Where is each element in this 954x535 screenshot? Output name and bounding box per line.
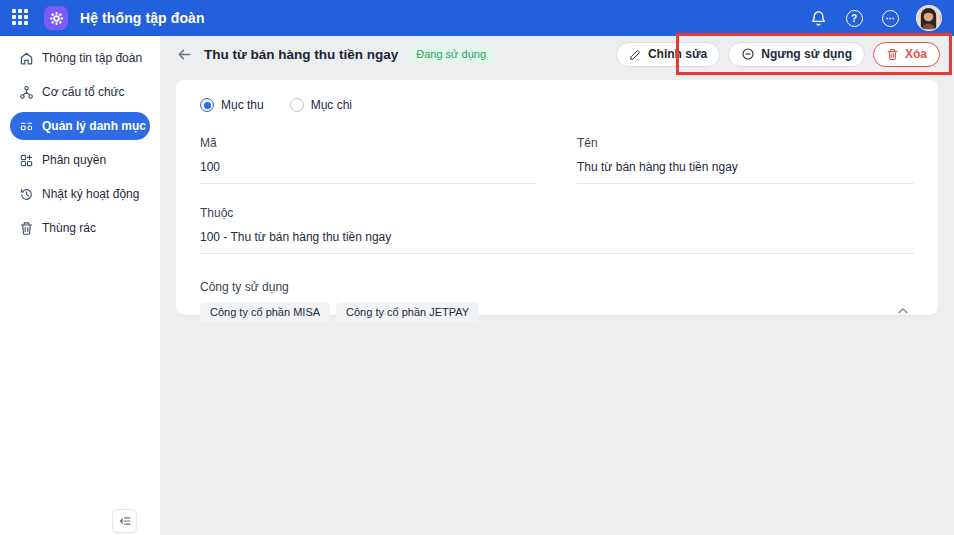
delete-button[interactable]: Xóa — [873, 42, 940, 67]
field-name-value[interactable]: Thu từ bán hàng thu tiền ngay — [577, 150, 914, 184]
sidebar-item-label: Quản lý danh mục — [42, 119, 146, 133]
trash-icon — [886, 48, 899, 61]
field-name-label: Tên — [577, 136, 914, 150]
field-parent-value[interactable]: 100 - Thu từ bán hàng thu tiền ngay — [200, 220, 914, 254]
company-chip: Công ty cổ phần MISA — [200, 302, 330, 322]
company-chip: Công ty cổ phần JETPAY — [336, 302, 479, 322]
app-logo-gear-icon[interactable] — [44, 6, 68, 30]
suspend-button[interactable]: Ngưng sử dụng — [728, 42, 865, 67]
radio-muc-thu[interactable]: Mục thu — [200, 98, 264, 112]
type-radio-group: Mục thu Mục chi — [200, 98, 914, 112]
sidebar-collapse-button[interactable] — [112, 509, 137, 533]
field-code: Mã 100 — [200, 136, 537, 184]
status-badge: Đang sử dụng — [408, 45, 494, 63]
detail-card: Mục thu Mục chi Mã 100 Tên Thu từ bán hà… — [176, 80, 938, 315]
back-arrow-icon[interactable] — [176, 45, 194, 63]
trash-icon — [18, 220, 34, 236]
companies-label: Công ty sử dụng — [200, 280, 914, 294]
field-code-value[interactable]: 100 — [200, 150, 537, 184]
app-title: Hệ thống tập đoàn — [80, 10, 205, 26]
org-structure-icon — [18, 84, 34, 100]
user-avatar[interactable] — [916, 5, 942, 31]
main-content: Thu từ bán hàng thu tiền ngay Đang sử dụ… — [160, 36, 954, 535]
help-icon[interactable]: ? — [844, 8, 864, 28]
pencil-icon — [629, 48, 642, 61]
app-launcher-icon[interactable] — [12, 9, 30, 27]
toolbar-actions: Chỉnh sửa Ngưng sử dụng Xóa — [616, 42, 940, 67]
radio-muc-chi[interactable]: Mục chi — [290, 98, 352, 112]
sidebar: Thông tin tập đoàn Cơ cấu tổ chức Quản l… — [0, 36, 160, 535]
field-code-label: Mã — [200, 136, 537, 150]
field-parent-label: Thuộc — [200, 206, 914, 220]
minus-circle-icon — [741, 47, 755, 61]
sidebar-item-activity-log[interactable]: Nhật ký hoạt động — [10, 180, 150, 208]
field-name: Tên Thu từ bán hàng thu tiền ngay — [577, 136, 914, 184]
radio-unchecked-icon — [290, 98, 304, 112]
sidebar-item-org-structure[interactable]: Cơ cấu tổ chức — [10, 78, 150, 106]
app-header: Hệ thống tập đoàn ? ⋯ — [0, 0, 954, 36]
field-parent: Thuộc 100 - Thu từ bán hàng thu tiền nga… — [200, 206, 914, 254]
sidebar-item-category-management[interactable]: Quản lý danh mục › — [10, 112, 150, 140]
radio-checked-icon — [200, 98, 214, 112]
chevron-up-icon[interactable] — [896, 304, 912, 320]
page-toolbar: Thu từ bán hàng thu tiền ngay Đang sử dụ… — [160, 36, 954, 72]
edit-button[interactable]: Chỉnh sửa — [616, 42, 720, 67]
chevron-right-icon: › — [154, 121, 158, 132]
notifications-bell-icon[interactable] — [808, 8, 828, 28]
page-title: Thu từ bán hàng thu tiền ngay — [204, 47, 398, 62]
more-options-icon[interactable]: ⋯ — [880, 8, 900, 28]
sidebar-item-company-info[interactable]: Thông tin tập đoàn — [10, 44, 150, 72]
sidebar-item-label: Nhật ký hoạt động — [42, 187, 139, 201]
companies-section: Công ty sử dụng Công ty cổ phần MISA Côn… — [200, 280, 914, 322]
sidebar-item-label: Thông tin tập đoàn — [42, 51, 142, 65]
category-icon — [18, 118, 34, 134]
home-icon — [18, 50, 34, 66]
sidebar-item-trash[interactable]: Thùng rác — [10, 214, 150, 242]
sidebar-item-label: Phân quyền — [42, 153, 106, 167]
history-clock-icon — [18, 186, 34, 202]
grid-plus-icon — [18, 152, 34, 168]
sidebar-item-permissions[interactable]: Phân quyền — [10, 146, 150, 174]
sidebar-item-label: Thùng rác — [42, 221, 96, 235]
sidebar-item-label: Cơ cấu tổ chức — [42, 85, 125, 99]
